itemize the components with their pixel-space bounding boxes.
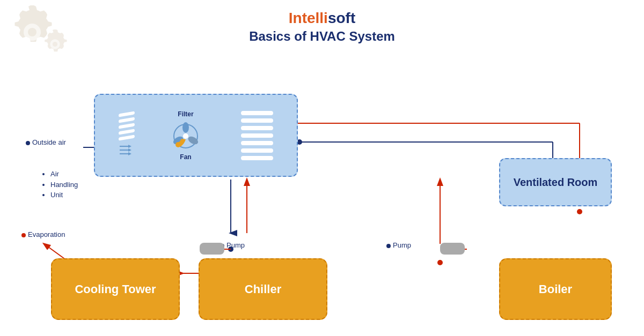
page-title: Basics of HVAC System <box>0 29 644 44</box>
ahu-list-item-3: Unit <box>50 190 78 200</box>
coil <box>241 126 273 130</box>
svg-marker-25 <box>128 152 131 155</box>
brand-title: Intellisoft <box>0 10 644 27</box>
louver <box>119 135 135 140</box>
svg-marker-24 <box>128 148 131 152</box>
ahu-filter-fan: Filter Fan <box>170 110 202 161</box>
boiler-box: Boiler <box>499 258 612 320</box>
brand-intelli: Intelli <box>289 10 328 26</box>
cooling-tower-label: Cooling Tower <box>75 282 156 296</box>
svg-point-30 <box>183 133 188 139</box>
ahu-box: Filter Fan <box>94 94 298 177</box>
coil <box>241 148 273 153</box>
louver <box>119 129 135 135</box>
coil <box>241 118 273 123</box>
svg-point-1 <box>28 28 36 36</box>
svg-marker-23 <box>128 145 131 148</box>
cooling-tower-box: Cooling Tower <box>51 258 180 320</box>
boiler-label: Boiler <box>539 282 572 296</box>
svg-point-19 <box>577 209 582 214</box>
svg-point-3 <box>53 42 57 47</box>
coil <box>241 111 273 115</box>
airflow-arrows-icon <box>119 142 135 158</box>
ahu-list-item-2: Handling <box>50 180 78 190</box>
chiller-box: Chiller <box>199 258 327 320</box>
ahu-louvers <box>119 113 135 158</box>
coil <box>241 156 273 160</box>
header: Intellisoft Basics of HVAC System <box>0 0 644 44</box>
coil <box>241 141 273 145</box>
louver <box>119 111 135 117</box>
svg-point-27 <box>182 122 189 133</box>
ventilated-room-box: Ventilated Room <box>499 158 612 206</box>
pump2-label: Pump <box>386 241 411 249</box>
ahu-list-label: Air Handling Unit <box>43 169 78 200</box>
ahu-coils-visual <box>241 111 273 160</box>
ventilated-room-label: Ventilated Room <box>514 176 598 189</box>
louver <box>119 123 135 129</box>
outside-air-label: Outside air <box>26 138 66 146</box>
filter-label: Filter <box>178 110 193 118</box>
pump1 <box>200 243 224 255</box>
fan-label: Fan <box>180 153 191 161</box>
ahu-list-item-1: Air <box>50 169 78 180</box>
coil <box>241 133 273 138</box>
evaporation-label: Evaporation <box>21 230 65 238</box>
louver <box>119 117 135 123</box>
diagram: Outside air Coils Filter <box>0 54 644 336</box>
fan-icon <box>170 120 202 152</box>
svg-point-31 <box>175 142 181 147</box>
svg-point-20 <box>437 260 443 265</box>
chiller-label: Chiller <box>245 282 281 296</box>
pump2 <box>440 243 465 255</box>
brand-soft: soft <box>328 10 355 26</box>
